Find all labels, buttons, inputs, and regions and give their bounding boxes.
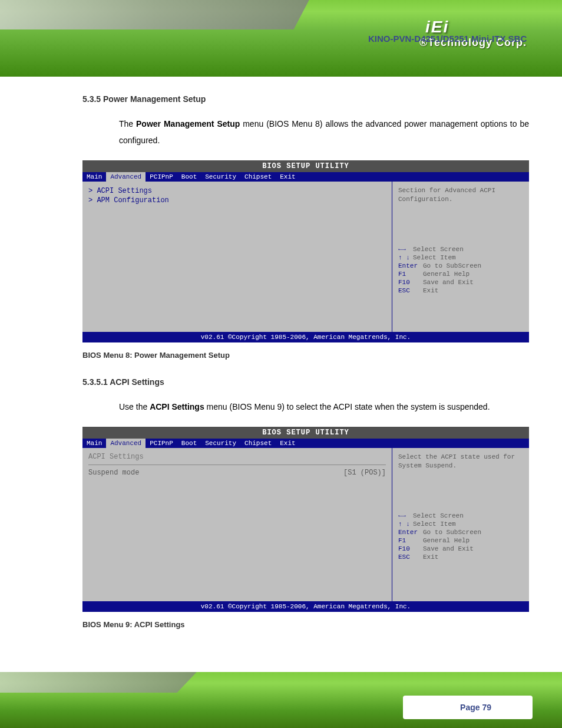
page-number: Page 79 — [460, 703, 491, 712]
bios-tabs-1: Main Advanced PCIPnP Boot Security Chips… — [82, 172, 529, 182]
tab-pcipnp[interactable]: PCIPnP — [146, 172, 177, 182]
help-text-1: Section for Advanced ACPI Configuration. — [398, 186, 523, 245]
key-f1-2: F1General Help — [398, 536, 523, 545]
tab-boot[interactable]: Boot — [177, 172, 201, 182]
enter-label: Enter — [398, 262, 423, 269]
bios-footer-1: v02.61 ©Copyright 1985-2006, American Me… — [82, 332, 529, 342]
bios-menu-8: BIOS SETUP UTILITY Main Advanced PCIPnP … — [82, 160, 529, 342]
key-updownarrow: ↑ ↓Select Item — [398, 253, 523, 262]
arrow-lr-icon: ←→ — [398, 246, 413, 253]
tab-chipset[interactable]: Chipset — [240, 172, 276, 182]
key-enter: EnterGo to SubScreen — [398, 262, 523, 270]
key-desc-5b: Exit — [423, 554, 438, 561]
menu-item-acpi[interactable]: > ACPI Settings — [88, 186, 386, 196]
key-desc-3b: General Help — [423, 537, 470, 544]
key-desc-0: Select Screen — [413, 246, 464, 253]
key-desc-1: Select Item — [413, 254, 456, 261]
intro-pre-1: The — [119, 119, 136, 129]
intro-post-2: menu (BIOS Menu 9) to select the ACPI st… — [204, 402, 490, 411]
setting-value: [S1 (POS)] — [343, 469, 386, 477]
intro-bold-2: ACPI Settings — [150, 402, 204, 411]
tab-chipset-2[interactable]: Chipset — [240, 439, 276, 448]
intro-paragraph-2: Use the ACPI Settings menu (BIOS Menu 9)… — [119, 398, 529, 415]
intro-bold-1: Power Management Setup — [136, 119, 240, 129]
caption-1: BIOS Menu 8: Power Management Setup — [82, 351, 529, 360]
key-enter-2: EnterGo to SubScreen — [398, 528, 523, 536]
bios-tabs-2: Main Advanced PCIPnP Boot Security Chips… — [82, 439, 529, 448]
key-updownarrow-2: ↑ ↓Select Item — [398, 520, 523, 528]
footer-banner — [0, 672, 562, 728]
f1-label-2: F1 — [398, 537, 423, 544]
acpi-section-label: ACPI Settings — [88, 453, 386, 461]
help-text-2: Select the ACPI state used for System Su… — [398, 453, 523, 512]
page-content: 5.3.5 Power Management Setup The Power M… — [0, 77, 562, 629]
key-f10-2: F10Save and Exit — [398, 545, 523, 553]
key-desc-0b: Select Screen — [413, 512, 464, 519]
key-desc-2b: Go to SubScreen — [423, 529, 481, 536]
bios-menu-9: BIOS SETUP UTILITY Main Advanced PCIPnP … — [82, 427, 529, 612]
f1-label: F1 — [398, 271, 423, 278]
arrow-ud-icon-2: ↑ ↓ — [398, 521, 413, 528]
tab-exit-2[interactable]: Exit — [276, 439, 299, 448]
bios-left-pane-2: ACPI Settings Suspend mode [S1 (POS)] — [82, 448, 392, 601]
tab-security[interactable]: Security — [201, 172, 240, 182]
key-esc-2: ESCExit — [398, 553, 523, 561]
tab-main-2[interactable]: Main — [82, 439, 106, 448]
f10-label: F10 — [398, 279, 423, 286]
tab-exit[interactable]: Exit — [276, 172, 299, 182]
key-desc-1b: Select Item — [413, 521, 456, 528]
bios-left-pane-1: > ACPI Settings > APM Configuration — [82, 182, 392, 332]
key-desc-3: General Help — [423, 271, 470, 278]
key-f1: F1General Help — [398, 270, 523, 278]
tab-advanced[interactable]: Advanced — [106, 172, 146, 182]
section-heading-1: 5.3.5 Power Management Setup — [82, 94, 529, 104]
esc-label: ESC — [398, 287, 423, 294]
tab-advanced-2[interactable]: Advanced — [106, 439, 146, 448]
esc-label-2: ESC — [398, 554, 423, 561]
bios-title-2: BIOS SETUP UTILITY — [82, 427, 529, 439]
tab-boot-2[interactable]: Boot — [177, 439, 201, 448]
bios-title-1: BIOS SETUP UTILITY — [82, 160, 529, 172]
product-name: KINO-PVN-D4251/D5251 Mini-ITX SBC — [368, 34, 527, 44]
setting-name: Suspend mode — [88, 469, 343, 477]
bios-body-2: ACPI Settings Suspend mode [S1 (POS)] Se… — [82, 448, 529, 601]
tab-pcipnp-2[interactable]: PCIPnP — [146, 439, 177, 448]
divider-line — [88, 465, 386, 465]
key-desc-4b: Save and Exit — [423, 545, 474, 552]
bios-right-pane-1: Section for Advanced ACPI Configuration.… — [392, 182, 529, 332]
key-leftrightarrow-2: ←→Select Screen — [398, 512, 523, 520]
enter-label-2: Enter — [398, 529, 423, 536]
bios-right-pane-2: Select the ACPI state used for System Su… — [392, 448, 529, 601]
arrow-ud-icon: ↑ ↓ — [398, 254, 413, 261]
key-leftrightarrow: ←→Select Screen — [398, 245, 523, 253]
key-desc-2: Go to SubScreen — [423, 262, 481, 269]
menu-item-apm[interactable]: > APM Configuration — [88, 196, 386, 205]
key-desc-5: Exit — [423, 287, 438, 294]
setting-suspend-mode[interactable]: Suspend mode [S1 (POS)] — [88, 469, 386, 477]
bios-footer-2: v02.61 ©Copyright 1985-2006, American Me… — [82, 601, 529, 612]
key-f10: F10Save and Exit — [398, 278, 523, 286]
intro-pre-2: Use the — [119, 402, 150, 411]
key-esc: ESCExit — [398, 286, 523, 295]
caption-2: BIOS Menu 9: ACPI Settings — [82, 620, 529, 629]
section-heading-2: 5.3.5.1 ACPI Settings — [82, 377, 529, 387]
f10-label-2: F10 — [398, 545, 423, 552]
key-desc-4: Save and Exit — [423, 279, 474, 286]
bios-body-1: > ACPI Settings > APM Configuration Sect… — [82, 182, 529, 332]
intro-paragraph-1: The Power Management Setup menu (BIOS Me… — [119, 116, 529, 149]
tab-security-2[interactable]: Security — [201, 439, 240, 448]
arrow-lr-icon-2: ←→ — [398, 512, 413, 519]
tab-main[interactable]: Main — [82, 172, 106, 182]
